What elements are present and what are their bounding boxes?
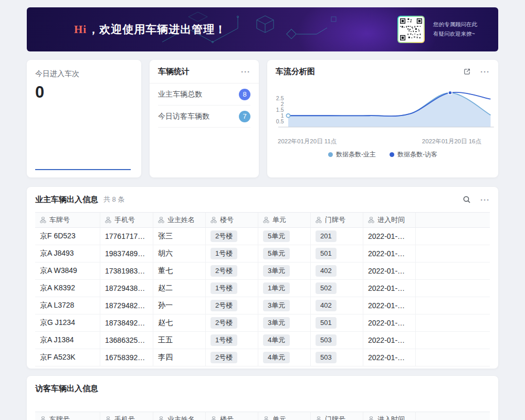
count-badge: 7	[239, 111, 250, 122]
legend-dot	[390, 152, 394, 157]
table-cell[interactable]: 4单元	[258, 332, 311, 349]
welcome-banner: Hi，欢迎使用车辆进出管理！ 您的专属顾问在此	[27, 7, 498, 51]
table-cell[interactable]: 503	[311, 332, 363, 349]
table-cell[interactable]: 京G J1234	[35, 314, 100, 332]
column-header-进入时间[interactable]: 进入时间	[363, 412, 416, 420]
table-cell[interactable]: 502	[311, 280, 363, 297]
table-cell[interactable]: 1单元	[258, 280, 311, 297]
column-header-手机号[interactable]: 手机号	[100, 412, 153, 420]
table-cell[interactable]: 张三	[153, 228, 206, 245]
table-cell[interactable]: 18729438…	[100, 280, 153, 297]
field-type-icon	[316, 416, 322, 420]
table-cell[interactable]: 2022-01-…	[363, 297, 416, 314]
tag-pill: 503	[316, 352, 337, 363]
stat-row-owner-total[interactable]: 业主车辆总数 8	[158, 83, 250, 106]
vehicle-stats-header: 车辆统计 ···	[150, 60, 259, 83]
table-cell[interactable]: 1号楼	[206, 245, 258, 262]
column-header-车牌号[interactable]: 车牌号	[35, 412, 100, 420]
qr-caption-line2: 有疑问欢迎来撩~	[433, 29, 477, 39]
table-cell[interactable]: 2号楼	[206, 228, 258, 245]
table-cell[interactable]: 501	[311, 245, 363, 262]
export-button[interactable]	[463, 68, 471, 76]
tag-pill: 2号楼	[211, 300, 237, 311]
column-header-单元[interactable]: 单元	[258, 412, 311, 420]
column-header-门牌号[interactable]: 门牌号	[311, 412, 363, 420]
column-header-楼号[interactable]: 楼号	[206, 212, 258, 228]
table-cell[interactable]: 501	[311, 314, 363, 332]
table-cell[interactable]: 1号楼	[206, 280, 258, 297]
column-header-门牌号[interactable]: 门牌号	[311, 212, 363, 228]
table-cell[interactable]: 孙一	[153, 297, 206, 314]
banner-title: Hi，欢迎使用车辆进出管理！	[74, 22, 226, 37]
table-cell[interactable]: 京A J8493	[35, 245, 100, 262]
tag-pill: 2号楼	[211, 230, 237, 242]
table-cell[interactable]: 402	[311, 297, 363, 314]
column-header-手机号[interactable]: 手机号	[100, 212, 153, 228]
table-cell[interactable]: 京A J1384	[35, 332, 100, 349]
column-header-业主姓名[interactable]: 业主姓名	[153, 212, 206, 228]
table-cell[interactable]: 京A L3728	[35, 297, 100, 314]
x-axis-label-start: 2022年01月20日 11点	[278, 138, 337, 145]
table-cell[interactable]: 2022-01-…	[363, 280, 416, 297]
table-cell[interactable]: 2022-01-…	[363, 228, 416, 245]
legend-item-visitor[interactable]: 数据条数-访客	[390, 150, 437, 159]
table-cell[interactable]: 1号楼	[206, 332, 258, 349]
table-cell[interactable]: 18729482…	[100, 297, 153, 314]
table-cell[interactable]: 2号楼	[206, 262, 258, 280]
table-cell[interactable]: 2号楼	[206, 349, 258, 366]
column-header-车牌号[interactable]: 车牌号	[35, 212, 100, 228]
table-cell[interactable]: 5单元	[258, 228, 311, 245]
column-header-楼号[interactable]: 楼号	[206, 412, 258, 420]
tag-pill: 502	[316, 282, 337, 294]
table-cell[interactable]: 胡六	[153, 245, 206, 262]
field-type-icon	[158, 416, 164, 420]
search-button[interactable]	[463, 195, 471, 204]
column-header-进入时间[interactable]: 进入时间	[363, 212, 416, 228]
table-cell[interactable]: 2022-01-…	[363, 314, 416, 332]
table-cell[interactable]: 18738492…	[100, 314, 153, 332]
chart-area-fill	[288, 93, 490, 127]
column-header-单元[interactable]: 单元	[258, 212, 311, 228]
table-cell[interactable]: 13686325…	[100, 332, 153, 349]
table-cell[interactable]: 2022-01-…	[363, 349, 416, 366]
table-cell[interactable]: 17761717…	[100, 228, 153, 245]
field-type-icon	[316, 217, 322, 223]
table-cell[interactable]: 5单元	[258, 245, 311, 262]
table-cell[interactable]: 3单元	[258, 314, 311, 332]
table-cell[interactable]: 503	[311, 349, 363, 366]
table-cell[interactable]: 3单元	[258, 262, 311, 280]
stat-title: 今日进入车次	[35, 69, 133, 79]
table-cell[interactable]: 2号楼	[206, 297, 258, 314]
table-cell[interactable]: 16758392…	[100, 349, 153, 366]
stat-row-visitor-today[interactable]: 今日访客车辆数 7	[158, 106, 250, 128]
table-cell[interactable]: 京A K8392	[35, 280, 100, 297]
table-cell[interactable]: 4单元	[258, 349, 311, 366]
table-cell[interactable]: 董七	[153, 262, 206, 280]
table-cell[interactable]: 2号楼	[206, 314, 258, 332]
table-cell[interactable]: 2022-01-…	[363, 262, 416, 280]
table-cell[interactable]: 京F A523K	[35, 349, 100, 366]
table-cell[interactable]: 京F 6D523	[35, 228, 100, 245]
table-cell[interactable]: 2022-01-…	[363, 245, 416, 262]
table-cell[interactable]: 3单元	[258, 297, 311, 314]
banner-greeting: ，欢迎使用车辆进出管理！	[88, 23, 226, 35]
table-cell[interactable]: 京A W3849	[35, 262, 100, 280]
banner-hi: Hi	[74, 23, 87, 36]
table-cell[interactable]: 李四	[153, 349, 206, 366]
owner-table-card: 业主车辆出入信息 共 8 条 ··· 车牌号手机号业主姓名楼号单元门牌号进入时间…	[27, 187, 498, 369]
table-cell[interactable]: 2022-01-…	[363, 332, 416, 349]
table-cell[interactable]: 赵七	[153, 314, 206, 332]
table-cell[interactable]: 王五	[153, 332, 206, 349]
tag-pill: 3单元	[263, 265, 290, 277]
legend-item-owner[interactable]: 数据条数-业主	[328, 150, 376, 159]
table-cell[interactable]: 19837489…	[100, 245, 153, 262]
table-cell[interactable]: 201	[311, 228, 363, 245]
column-header-业主姓名[interactable]: 业主姓名	[153, 412, 206, 420]
table-cell[interactable]: 17381983…	[100, 262, 153, 280]
more-button[interactable]: ···	[480, 196, 490, 204]
table-cell[interactable]: 402	[311, 262, 363, 280]
more-button[interactable]: ···	[241, 68, 250, 76]
visitor-table-grid: 车牌号手机号业主姓名楼号单元门牌号进入时间	[35, 412, 490, 420]
more-button[interactable]: ···	[480, 68, 490, 76]
table-cell[interactable]: 赵二	[153, 280, 206, 297]
